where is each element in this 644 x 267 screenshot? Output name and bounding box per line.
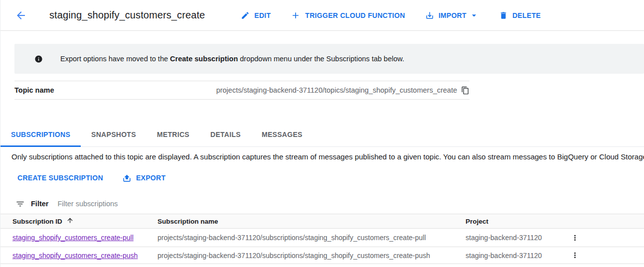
subscriptions-description: Only subscriptions attached to this topi… [0,151,644,163]
create-subscription-label: CREATE SUBSCRIPTION [17,174,103,182]
filter-bar: Filter [0,194,644,214]
subscription-name-cell: projects/staging-backend-371120/subscrip… [158,234,466,242]
trigger-cloud-function-button[interactable]: TRIGGER CLOUD FUNCTION [288,6,408,24]
banner-text-bold: Create subscription [170,55,238,63]
page-header: staging_shopify_customers_create EDIT TR… [0,0,644,31]
row-menu-button[interactable] [569,250,581,262]
trigger-cloud-function-label: TRIGGER CLOUD FUNCTION [305,11,405,19]
tab-subscriptions[interactable]: SUBSCRIPTIONS [0,124,81,147]
table-row: staging_shopify_customers_create-pull pr… [0,229,644,247]
tab-metrics[interactable]: METRICS [147,124,200,147]
banner-text-before: Export options have moved to the [60,55,170,63]
kebab-menu-icon [571,234,579,242]
create-subscription-button[interactable]: CREATE SUBSCRIPTION [14,170,106,186]
topic-name-label: Topic name [14,86,54,94]
copy-icon [461,86,470,95]
subscription-id-link[interactable]: staging_shopify_customers_create-pull [12,234,134,242]
column-subscription-id[interactable]: Subscription ID [12,217,158,226]
table-body: staging_shopify_customers_create-pull pr… [0,229,644,264]
column-subscription-name-label: Subscription name [158,218,218,225]
tab-bar: SUBSCRIPTIONS SNAPSHOTS METRICS DETAILS … [0,124,644,147]
column-project-label: Project [466,218,488,225]
column-subscription-id-label: Subscription ID [12,218,62,225]
copy-button[interactable] [461,86,470,95]
pubsub-topic-detail-page: staging_shopify_customers_create EDIT TR… [0,0,644,267]
filter-icon [15,199,25,209]
tab-messages[interactable]: MESSAGES [251,124,313,147]
tab-details[interactable]: DETAILS [200,124,251,147]
column-subscription-name: Subscription name [158,218,466,225]
subscription-id-link[interactable]: staging_shopify_customers_create-push [12,252,138,260]
project-cell: staging-backend-371120 [466,252,569,260]
info-icon [34,55,43,63]
export-icon [122,173,132,183]
back-button[interactable] [14,9,27,22]
edit-button[interactable]: EDIT [238,7,274,24]
import-icon [425,11,434,20]
table-header-row: Subscription ID Subscription name Projec… [0,214,644,229]
subscriptions-table: Subscription ID Subscription name Projec… [0,214,644,264]
table-row: staging_shopify_customers_create-push pr… [0,247,644,264]
trash-icon [499,11,508,20]
topic-name-row: Topic name projects/staging-backend-3711… [14,81,470,100]
subscriptions-actions: CREATE SUBSCRIPTION EXPORT [0,169,644,187]
edit-button-label: EDIT [254,11,271,19]
pencil-icon [241,11,250,20]
topic-name-value: projects/staging-backend-371120/topics/s… [216,86,457,94]
arrow-back-icon [15,9,27,21]
project-cell: staging-backend-371120 [466,234,569,242]
banner-text-after: dropdown menu under the Subscriptions ta… [238,55,404,63]
export-button[interactable]: EXPORT [119,169,168,187]
row-menu-button[interactable] [569,232,581,244]
kebab-menu-icon [571,251,579,260]
sort-ascending-icon [66,217,74,226]
import-button[interactable]: IMPORT [422,6,482,24]
topic-name-value-wrap: projects/staging-backend-371120/topics/s… [216,86,470,95]
chevron-down-icon [471,10,479,20]
filter-label: Filter [31,200,48,208]
delete-button-label: DELETE [512,11,541,19]
tab-snapshots[interactable]: SNAPSHOTS [81,124,147,147]
import-button-label: IMPORT [439,11,467,19]
subscription-name-cell: projects/staging-backend-371120/subscrip… [158,252,466,260]
info-banner-text: Export options have moved to the Create … [60,55,404,63]
plus-icon [291,10,301,20]
page-title: staging_shopify_customers_create [49,9,205,21]
export-button-label: EXPORT [136,174,165,182]
info-banner: Export options have moved to the Create … [14,44,644,74]
header-actions: EDIT TRIGGER CLOUD FUNCTION IMPORT [238,6,558,24]
column-project: Project [466,218,569,225]
filter-subscriptions-input[interactable] [57,200,644,208]
delete-button[interactable]: DELETE [496,7,544,24]
